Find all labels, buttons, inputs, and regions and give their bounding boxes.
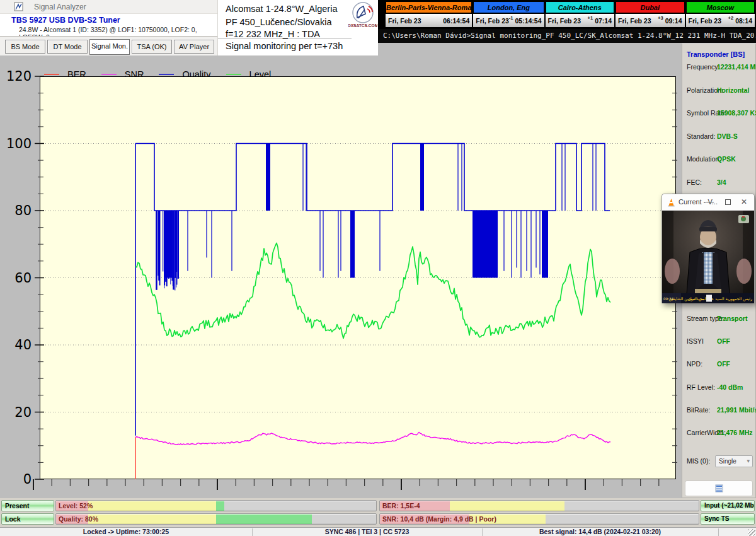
clock-city-label: Dubai (616, 1, 685, 13)
clock-time-value: 06:14:54 (443, 17, 469, 25)
transponder-row-value: OFF (717, 337, 730, 345)
clock-cairo-athens: Cairo-AthensFri, Feb 23+107:14 (546, 1, 615, 28)
y-axis-label: 40 (14, 337, 32, 352)
resize-grip[interactable] (748, 529, 755, 536)
transponder-row-value: Transport (717, 315, 747, 322)
tab-signal-mon-[interactable]: Signal Mon. (89, 39, 130, 55)
channel-logo (738, 215, 749, 223)
clock-london-eng: London, EngFri, Feb 23-105:14:54 (473, 1, 544, 28)
status-divider (482, 528, 483, 536)
clock-time-value: 08:14 (735, 17, 752, 25)
transponder-row-value: 21,991 Mbit/s (717, 406, 756, 414)
header-satellite-line: Alcomsat 1-24.8°W_Algeria (226, 4, 337, 14)
transponder-row-value: 3/4 (717, 178, 726, 186)
transponder-row-value: Horizontal (717, 86, 749, 94)
tab-bar: BS ModeDT ModeSignal Mon.TSA (OK)AV Play… (0, 36, 217, 55)
legend-color-dash (226, 74, 241, 75)
clock-berlin-paris-vienna-roma: Berlin-Paris-Vienna-RomaFri, Feb 2306:14… (386, 1, 472, 28)
status-divider (718, 528, 719, 536)
transponder-row-value: 21,476 MHz (717, 429, 753, 436)
clock-time-row: Fri, Feb 23+107:14 (546, 14, 615, 27)
transponder-row-label: Standard: (687, 132, 716, 140)
progress-bar-label: Quality: 80% (59, 515, 98, 523)
signal-plot: 020406080100120 (40, 76, 676, 479)
news-ticker: رئيس الجمهورية السيد عبد المجيد تبون من … (662, 293, 754, 303)
tab-av-player[interactable]: AV Player (174, 40, 214, 54)
status-divider (252, 528, 253, 536)
dxsatcs-logo: DXSATCS.COM (348, 1, 377, 29)
y-axis-label: 0 (23, 472, 32, 487)
transponder-row-label: Frequency: (687, 63, 720, 71)
progress-bar-label: BER: 1,5E-4 (382, 502, 420, 510)
status-badge-right: Input (~21,02 Mbps) (701, 500, 755, 511)
snr-trace (135, 432, 610, 445)
clock-time-value: 09:14 (665, 17, 682, 25)
transponder-row-value: 15908,307 KS/s (717, 109, 756, 117)
indicator-bars-area: PresentLevel: 52%BER: 1,5E-4Input (~21,0… (0, 498, 756, 527)
ticker-left-text: من الميادين الشايقين (669, 296, 704, 301)
indicator-row: PresentLevel: 52%BER: 1,5E-4Input (~21,0… (0, 500, 756, 511)
clock-time-row: Fri, Feb 23+208:14 (686, 14, 755, 27)
clock-moscow: MoscowFri, Feb 23+208:14 (686, 1, 755, 28)
progress-bar: SNR: 10,4 dB (Margin: 4,9 dB | Poor) (379, 513, 699, 525)
quality-dropout-block (542, 211, 548, 278)
window-title: Signal Analyzer (34, 3, 86, 11)
dxsatcs-logo-text: DXSATCS.COM (348, 23, 377, 28)
progress-bar: Level: 52% (55, 500, 377, 511)
transponder-list-button[interactable] (685, 481, 753, 496)
quality-trace (135, 144, 610, 211)
vlc-titlebar[interactable]: Current - V... — ✕ (662, 194, 754, 211)
clock-date: Fri, Feb 23 (618, 17, 658, 25)
clock-date: Fri, Feb 23 (548, 17, 588, 25)
transponder-row-label: RF Level: (687, 383, 715, 391)
quality-dropout-block (420, 144, 424, 211)
clock-time-row: Fri, Feb 23-105:14:54 (473, 14, 544, 27)
clock-city-label: Berlin-Paris-Vienna-Roma (386, 1, 472, 13)
transponder-row-label: NPD: (687, 360, 702, 368)
chart-area: BERSNRQualityLevel 020406080100120 (0, 55, 682, 498)
close-icon[interactable]: ✕ (739, 197, 749, 207)
legend-color-dash (44, 74, 59, 75)
list-icon (715, 484, 723, 492)
y-axis-label: 100 (6, 136, 32, 151)
transponder-row-value: DVB-S (717, 132, 738, 140)
transponder-panel-title: Transponder [BS] (687, 50, 745, 58)
status-best-signal: Best signal: 14,4 dB (2024-02-21 03:20) (482, 528, 718, 536)
progress-bar: Quality: 80% (55, 513, 377, 525)
vlc-video-window[interactable]: Current - V... — ✕ (662, 194, 755, 303)
quality-dropout-block (350, 211, 355, 278)
minimize-button[interactable]: — (705, 197, 715, 207)
progress-bar-label: SNR: 10,4 dB (Margin: 4,9 dB | Poor) (382, 515, 496, 523)
transponder-row-label: Modulation: (687, 155, 721, 163)
command-prompt-bar: C:\Users\Roman Dávid>Signal monitoring_P… (378, 29, 756, 43)
transponder-row-value: 12231,414 MHz (717, 63, 756, 71)
y-axis-label: 80 (14, 203, 32, 218)
tab-dt-mode[interactable]: DT Mode (47, 40, 88, 54)
tab-bs-mode[interactable]: BS Mode (5, 40, 45, 54)
clock-date: Fri, Feb 23 (476, 17, 509, 25)
vlc-video-content[interactable]: رئيس الجمهورية السيد عبد المجيد تبون من … (662, 211, 754, 303)
clock-time-row: Fri, Feb 2306:14:54 (386, 14, 472, 27)
header-duration-line: Signal monitoring per t=+73h (226, 41, 343, 51)
tab-tsa-ok-[interactable]: TSA (OK) (132, 40, 172, 54)
signal-analyzer-app: Signal Analyzer TBS 5927 USB DVB-S2 Tune… (0, 0, 756, 536)
transponder-row-label: FEC: (687, 178, 702, 186)
clock-utc-offset: +3 (658, 15, 663, 21)
status-uptime: Locked -> Uptime: 73:00:25 (0, 528, 252, 536)
transponder-row-value: QPSK (717, 155, 736, 163)
y-axis-label: 60 (14, 271, 32, 286)
tuner-info-block: TBS 5927 USB DVB-S2 Tuner 24.8W - Alcoms… (0, 14, 217, 36)
status-sync: SYNC 486 | TEI 3 | CC 5723 (252, 528, 482, 536)
vlc-cone-icon (667, 198, 675, 207)
tuner-title: TBS 5927 USB DVB-S2 Tuner (11, 16, 120, 25)
armchair-right (736, 259, 752, 284)
maximize-button[interactable] (723, 197, 733, 207)
header-divider (218, 38, 352, 38)
mis-select[interactable]: Single ▾ (715, 455, 753, 467)
clock-dubai: DubaiFri, Feb 23+309:14 (616, 1, 685, 28)
quality-dropout-block (266, 144, 270, 211)
indicator-row: LockQuality: 80%SNR: 10,4 dB (Margin: 4,… (0, 513, 756, 525)
transponder-row-label: BitRate: (687, 406, 710, 414)
legend-color-dash (159, 74, 174, 75)
y-axis-label: 120 (6, 69, 32, 84)
